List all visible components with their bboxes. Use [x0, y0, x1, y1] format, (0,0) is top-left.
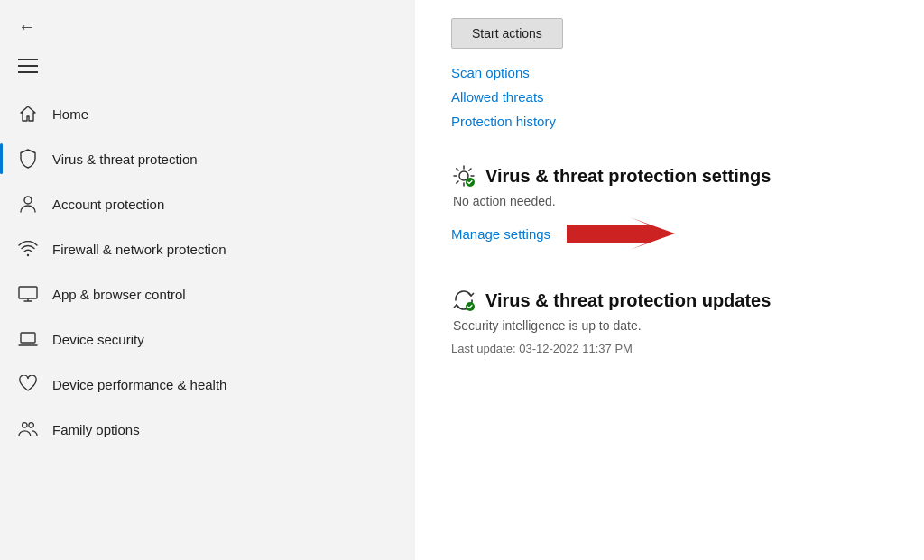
- settings-status: No action needed.: [453, 194, 897, 208]
- sidebar-item-device-security[interactable]: Device security: [0, 317, 415, 362]
- start-actions-button[interactable]: Start actions: [451, 18, 563, 49]
- sidebar-item-firewall[interactable]: Firewall & network protection: [0, 226, 415, 271]
- updates-last-update: Last update: 03-12-2022 11:37 PM: [451, 342, 897, 355]
- home-icon: [18, 104, 38, 124]
- sidebar: ← Home Virus & threat protection: [0, 0, 415, 560]
- red-arrow-annotation: [567, 217, 675, 253]
- svg-point-0: [24, 197, 32, 204]
- updates-section-title-text: Virus & threat protection updates: [485, 290, 771, 311]
- sidebar-item-account-label: Account protection: [52, 197, 164, 212]
- settings-section: Virus & threat protection settings No ac…: [451, 154, 897, 253]
- sidebar-item-family[interactable]: Family options: [0, 407, 415, 452]
- svg-marker-7: [567, 217, 675, 250]
- family-icon: [18, 419, 38, 439]
- sidebar-item-app-browser[interactable]: App & browser control: [0, 271, 415, 317]
- svg-rect-3: [21, 333, 35, 343]
- settings-section-title: Virus & threat protection settings: [451, 163, 897, 188]
- hamburger-line: [18, 59, 38, 60]
- hamburger-menu[interactable]: [0, 50, 415, 82]
- monitor-icon: [18, 284, 38, 304]
- heart-icon: [18, 374, 38, 394]
- red-arrow-svg: [567, 217, 675, 250]
- sidebar-top: ←: [0, 0, 415, 46]
- sidebar-item-home[interactable]: Home: [0, 91, 415, 136]
- person-icon: [18, 194, 38, 214]
- allowed-threats-link[interactable]: Allowed threats: [451, 89, 897, 105]
- shield-icon: [18, 149, 38, 169]
- manage-settings-row: Manage settings: [451, 217, 897, 253]
- sidebar-item-app-browser-label: App & browser control: [52, 287, 186, 302]
- svg-point-4: [23, 423, 27, 428]
- sidebar-item-device-security-label: Device security: [52, 332, 144, 347]
- manage-settings-link[interactable]: Manage settings: [451, 226, 550, 242]
- main-content: Start actions Scan options Allowed threa…: [415, 0, 924, 560]
- update-refresh-icon: [451, 288, 476, 313]
- updates-status: Security intelligence is up to date.: [453, 318, 897, 333]
- quick-links: Scan options Allowed threats Protection …: [451, 65, 897, 129]
- svg-rect-2: [19, 287, 37, 298]
- sidebar-item-home-label: Home: [52, 106, 88, 122]
- settings-gear-icon: [451, 163, 476, 188]
- hamburger-line: [18, 71, 38, 73]
- updates-section: Virus & threat protection updates Securi…: [451, 279, 897, 355]
- sidebar-item-device-perf-label: Device performance & health: [52, 377, 226, 392]
- updates-section-title: Virus & threat protection updates: [451, 288, 897, 313]
- back-arrow-icon: ←: [18, 16, 36, 37]
- sidebar-item-family-label: Family options: [52, 422, 140, 437]
- hamburger-line: [18, 65, 38, 67]
- wifi-icon: [18, 239, 38, 259]
- nav-list: Home Virus & threat protection Account p…: [0, 91, 415, 560]
- back-button[interactable]: ←: [18, 16, 36, 37]
- sidebar-item-virus-label: Virus & threat protection: [52, 151, 198, 167]
- sidebar-item-device-perf[interactable]: Device performance & health: [0, 362, 415, 407]
- protection-history-link[interactable]: Protection history: [451, 114, 897, 129]
- sidebar-item-firewall-label: Firewall & network protection: [52, 242, 226, 257]
- laptop-icon: [18, 329, 38, 349]
- sidebar-item-virus[interactable]: Virus & threat protection: [0, 136, 415, 181]
- settings-section-title-text: Virus & threat protection settings: [485, 166, 771, 187]
- scan-options-link[interactable]: Scan options: [451, 65, 897, 80]
- sidebar-item-account[interactable]: Account protection: [0, 181, 415, 226]
- svg-point-1: [27, 254, 29, 256]
- svg-point-5: [29, 423, 33, 428]
